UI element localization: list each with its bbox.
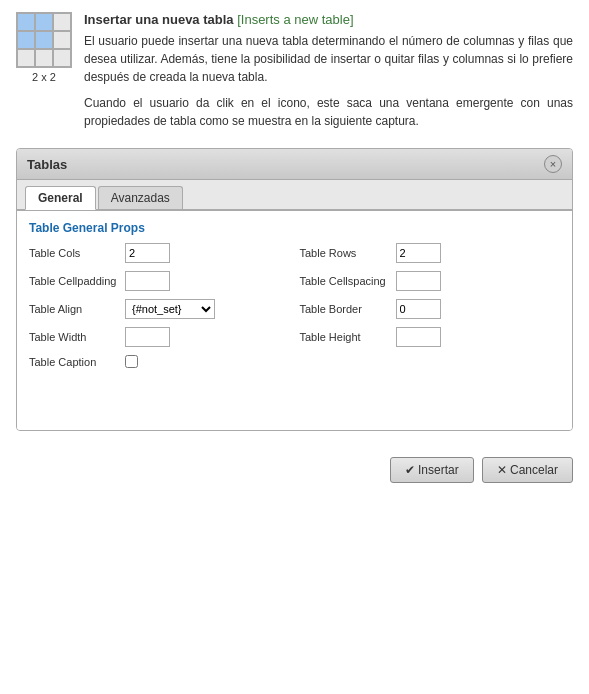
cols-label: Table Cols: [29, 247, 119, 259]
rows-input[interactable]: [396, 243, 441, 263]
cellspacing-label: Table Cellspacing: [300, 275, 390, 287]
height-input[interactable]: [396, 327, 441, 347]
cellspacing-input[interactable]: [396, 271, 441, 291]
cols-input[interactable]: [125, 243, 170, 263]
grid-cell-1: [17, 13, 35, 31]
dialog-body: Table General Props Table Cols Table Row…: [17, 210, 572, 430]
form-row-caption: Table Caption: [29, 355, 290, 368]
width-input[interactable]: [125, 327, 170, 347]
table-grid-icon: [16, 12, 72, 68]
form-row-cellpadding: Table Cellpadding: [29, 271, 290, 291]
grid-cell-9: [53, 49, 71, 67]
dialog-close-button[interactable]: ×: [544, 155, 562, 173]
table-icon-container: 2 x 2: [16, 12, 72, 138]
form-row-height: Table Height: [300, 327, 561, 347]
form-row-rows: Table Rows: [300, 243, 561, 263]
dialog-overlay: Tablas × General Avanzadas Table General…: [0, 148, 589, 447]
cellpadding-label: Table Cellpadding: [29, 275, 119, 287]
form-row-align: Table Align {#not_set} left center right: [29, 299, 290, 319]
tab-advanced[interactable]: Avanzadas: [98, 186, 183, 209]
grid-cell-7: [17, 49, 35, 67]
border-label: Table Border: [300, 303, 390, 315]
description-para2: Cuando el usuario da clik en el icono, e…: [84, 94, 573, 130]
border-input[interactable]: [396, 299, 441, 319]
cellpadding-input[interactable]: [125, 271, 170, 291]
grid-cell-6: [53, 31, 71, 49]
title-bracket: [Inserts a new table]: [237, 12, 353, 27]
tab-general[interactable]: General: [25, 186, 96, 210]
description-area: Insertar una nueva tabla [Inserts a new …: [84, 12, 573, 138]
height-label: Table Height: [300, 331, 390, 343]
grid-cell-3: [53, 13, 71, 31]
dialog-tabs: General Avanzadas: [17, 180, 572, 210]
grid-cell-5: [35, 31, 53, 49]
dialog-footer: ✔ Insertar ✕ Cancelar: [0, 447, 589, 493]
form-row-cellspacing: Table Cellspacing: [300, 271, 561, 291]
table-icon-label: 2 x 2: [32, 71, 56, 83]
description-title: Insertar una nueva tabla [Inserts a new …: [84, 12, 573, 27]
cancel-button[interactable]: ✕ Cancelar: [482, 457, 573, 483]
dialog-titlebar: Tablas ×: [17, 149, 572, 180]
form-row-width: Table Width: [29, 327, 290, 347]
grid-cell-8: [35, 49, 53, 67]
top-section: 2 x 2 Insertar una nueva tabla [Inserts …: [0, 0, 589, 148]
title-text: Insertar una nueva tabla: [84, 12, 234, 27]
empty-cell: [300, 355, 561, 368]
grid-cell-2: [35, 13, 53, 31]
rows-label: Table Rows: [300, 247, 390, 259]
section-title: Table General Props: [29, 221, 560, 235]
align-label: Table Align: [29, 303, 119, 315]
grid-cell-4: [17, 31, 35, 49]
description-para1: El usuario puede insertar una nueva tabl…: [84, 32, 573, 86]
insert-button[interactable]: ✔ Insertar: [390, 457, 474, 483]
caption-checkbox[interactable]: [125, 355, 138, 368]
dialog-title: Tablas: [27, 157, 67, 172]
form-row-border: Table Border: [300, 299, 561, 319]
form-grid: Table Cols Table Rows Table Cellpadding …: [29, 243, 560, 368]
form-row-cols: Table Cols: [29, 243, 290, 263]
caption-label: Table Caption: [29, 356, 119, 368]
align-select[interactable]: {#not_set} left center right: [125, 299, 215, 319]
width-label: Table Width: [29, 331, 119, 343]
dialog: Tablas × General Avanzadas Table General…: [16, 148, 573, 431]
